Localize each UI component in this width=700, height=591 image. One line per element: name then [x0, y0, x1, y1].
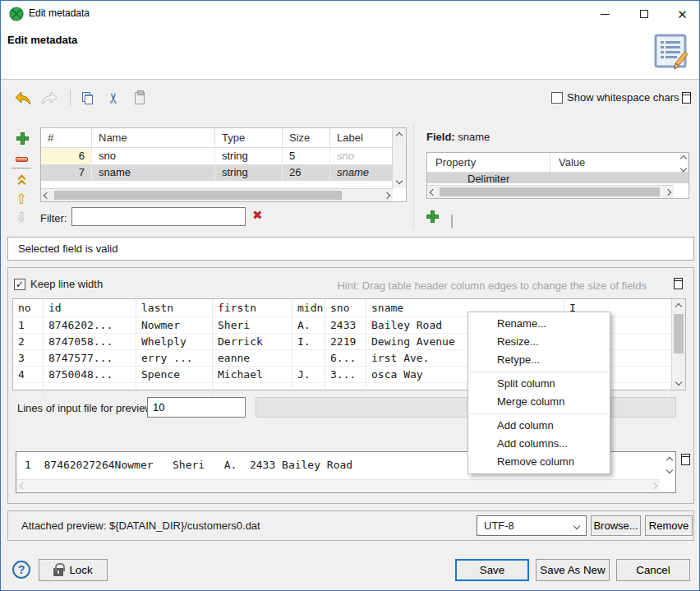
minimize-button[interactable]: [586, 1, 624, 27]
show-whitespace-checkbox[interactable]: [551, 92, 563, 104]
copy-button[interactable]: [76, 88, 98, 108]
scroll-down-icon: [675, 379, 682, 386]
filter-label: Filter:: [40, 212, 67, 224]
save-button[interactable]: Save: [455, 559, 529, 581]
scroll-left-icon: [44, 192, 50, 199]
arrow-down-icon: ⇩: [16, 210, 27, 224]
lock-label: Lock: [69, 564, 92, 576]
scroll-down-icon: [396, 178, 403, 184]
menu-item-resize[interactable]: Resize...: [468, 333, 610, 351]
status-bar: Selected field is valid: [7, 237, 694, 261]
paste-button[interactable]: [129, 88, 150, 108]
add-field-button[interactable]: [12, 129, 30, 145]
panel-toggle-icon[interactable]: [682, 92, 691, 104]
help-icon[interactable]: ?: [12, 561, 30, 579]
property-table[interactable]: Property Value Delimiter: [426, 152, 689, 199]
edit-metadata-icon: [653, 34, 689, 72]
menu-separator: [470, 372, 608, 372]
maximize-icon: [640, 10, 648, 18]
cut-button[interactable]: ✂: [103, 88, 124, 108]
panel-toggle-icon[interactable]: [681, 454, 690, 465]
attached-preview-text: Attached preview: ${DATAIN_DIR}/customer…: [21, 519, 260, 532]
scroll-left-icon: [430, 189, 436, 196]
data-table-vscrollbar[interactable]: [671, 299, 685, 390]
page-title: Edit metadata: [7, 34, 77, 46]
encoding-select[interactable]: UTF-8: [477, 515, 587, 536]
cancel-button[interactable]: Cancel: [616, 559, 690, 581]
toolbar-separator: [70, 90, 71, 106]
close-icon: ✕: [677, 8, 688, 21]
hint-text: Hint: Drag table header column edges to …: [337, 279, 647, 292]
filter-input[interactable]: [71, 207, 246, 226]
remove-button[interactable]: Remove: [645, 515, 693, 536]
scroll-left-icon: [20, 482, 26, 489]
scroll-up-icon: [680, 155, 687, 162]
title-bar: Edit metadata ✕: [1, 1, 699, 27]
vscroll-thumb[interactable]: [674, 314, 684, 353]
arrow-up-icon: ⇧: [16, 192, 27, 206]
clear-filter-icon[interactable]: ✖: [252, 208, 263, 223]
fields-table-vscrollbar[interactable]: [392, 128, 406, 188]
double-chevron-up-icon: [19, 176, 25, 187]
minus-icon: [451, 215, 453, 229]
property-row-delimiter[interactable]: Delimiter: [427, 173, 688, 183]
maximize-button[interactable]: [625, 1, 663, 27]
scroll-right-icon: [651, 482, 657, 489]
menu-separator: [470, 413, 608, 414]
fields-table[interactable]: # Name Type Size Label 6 sno string 5 sn…: [40, 127, 407, 202]
encoding-value: UTF-8: [484, 519, 514, 532]
raw-preview-hscrollbar[interactable]: [17, 479, 660, 492]
move-field-top-button[interactable]: [12, 173, 30, 189]
browse-button[interactable]: Browse...: [591, 515, 641, 536]
menu-item-add-column[interactable]: Add column: [468, 417, 610, 435]
scroll-up-icon: [675, 303, 682, 310]
fields-table-hscrollbar[interactable]: [41, 188, 393, 201]
lock-icon: [53, 568, 63, 576]
scroll-down-icon: [680, 165, 687, 172]
minimize-icon: [601, 14, 610, 15]
move-field-down-button[interactable]: ⇩: [12, 209, 30, 225]
strip-separator: [12, 168, 31, 169]
scroll-up-icon: [666, 457, 673, 464]
lines-of-input-field[interactable]: [147, 397, 246, 418]
fields-table-header[interactable]: # Name Type Size Label: [41, 128, 393, 148]
menu-item-split-column[interactable]: Split column: [468, 375, 610, 393]
hscroll-thumb[interactable]: [440, 187, 660, 196]
clover-app-icon: [9, 7, 24, 21]
panel-sash[interactable]: [413, 124, 414, 229]
property-table-header[interactable]: Property Value: [427, 153, 688, 173]
raw-preview-vscrollbar[interactable]: [667, 458, 672, 473]
minus-icon: [16, 157, 28, 162]
menu-item-rename[interactable]: Rename...: [468, 315, 610, 333]
remove-field-button[interactable]: [12, 151, 30, 168]
field-row-sno[interactable]: 6 sno string 5 sno: [41, 148, 393, 164]
redo-button[interactable]: [39, 88, 60, 108]
undo-icon: [15, 91, 31, 105]
lines-of-input-label: Lines of input file for preview:: [17, 402, 155, 414]
property-table-vscrollbar[interactable]: [681, 156, 686, 171]
save-as-new-button[interactable]: Save As New: [536, 559, 610, 581]
cut-icon: ✂: [105, 92, 122, 104]
menu-item-merge-column[interactable]: Merge column: [468, 393, 610, 411]
property-table-hscrollbar[interactable]: [427, 185, 674, 198]
undo-button[interactable]: [12, 88, 34, 108]
hscroll-thumb[interactable]: [54, 191, 342, 200]
lock-button[interactable]: Lock: [39, 559, 108, 581]
panel-toggle-icon[interactable]: [674, 278, 683, 289]
menu-item-retype[interactable]: Retype...: [468, 351, 610, 369]
copy-icon: [82, 92, 93, 104]
close-button[interactable]: ✕: [665, 1, 700, 27]
show-whitespace-label: Show whitespace chars: [567, 91, 679, 104]
plus-icon: [16, 132, 27, 143]
field-row-sname-selected[interactable]: 7 sname string 26 sname: [41, 164, 393, 181]
dialog-header: Edit metadata: [1, 27, 699, 80]
remove-property-button[interactable]: [451, 215, 453, 228]
scroll-up-icon: [396, 132, 403, 139]
column-context-menu: Rename... Resize... Retype... Split colu…: [467, 312, 610, 474]
move-field-up-button[interactable]: ⇧: [12, 191, 30, 207]
menu-item-remove-column[interactable]: Remove column: [468, 453, 610, 471]
chevron-down-icon: [573, 523, 580, 529]
menu-item-add-columns[interactable]: Add columns...: [468, 435, 610, 453]
paste-icon: [135, 92, 145, 104]
keep-line-width-checkbox[interactable]: [14, 279, 25, 290]
